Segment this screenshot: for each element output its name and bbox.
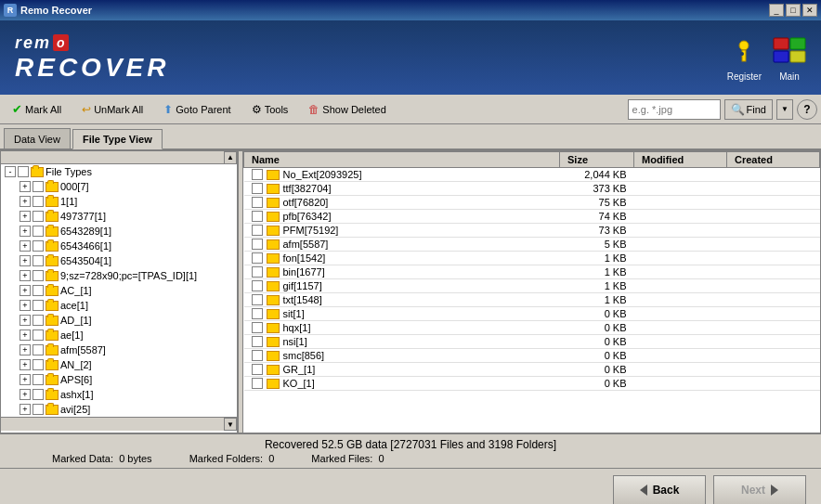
table-row[interactable]: ttf[382704] 373 KB xyxy=(244,182,820,196)
table-row[interactable]: No_Ext[2093925] 2,044 KB xyxy=(244,168,820,182)
checkbox-6543289[interactable] xyxy=(33,226,44,237)
tree-item-AD[interactable]: + AD_[1] xyxy=(1,313,237,328)
tab-data-view[interactable]: Data View xyxy=(4,128,71,149)
file-checkbox[interactable] xyxy=(252,350,263,361)
goto-parent-button[interactable]: ⬆ Goto Parent xyxy=(155,98,239,121)
table-row[interactable]: txt[1548] 1 KB xyxy=(244,293,820,307)
file-checkbox[interactable] xyxy=(252,239,263,250)
expander-APS[interactable]: + xyxy=(20,374,31,385)
file-checkbox[interactable] xyxy=(252,378,263,389)
checkbox-6543466[interactable] xyxy=(33,240,44,252)
close-button[interactable]: ✕ xyxy=(802,4,817,17)
table-row[interactable]: afm[5587] 5 KB xyxy=(244,238,820,252)
register-button[interactable]: Register xyxy=(727,34,762,82)
table-row[interactable]: PFM[75192] 73 KB xyxy=(244,224,820,238)
next-button[interactable]: Next xyxy=(713,475,806,505)
table-row[interactable]: bin[1677] 1 KB xyxy=(244,265,820,279)
file-checkbox[interactable] xyxy=(252,322,263,333)
file-checkbox[interactable] xyxy=(252,225,263,236)
checkbox-ace[interactable] xyxy=(33,300,44,311)
tree-scroll-down-btn[interactable]: ▼ xyxy=(224,418,237,431)
find-dropdown-button[interactable]: ▼ xyxy=(776,99,793,120)
title-bar-controls[interactable]: _ □ ✕ xyxy=(769,4,817,17)
tree-item-ace[interactable]: + ace[1] xyxy=(1,298,237,313)
expander-497377[interactable]: + xyxy=(20,211,31,222)
expander-6543466[interactable]: + xyxy=(20,240,31,252)
tools-button[interactable]: ⚙ Tools xyxy=(243,98,297,121)
col-header-name[interactable]: Name xyxy=(244,152,560,168)
expander-AN[interactable]: + xyxy=(20,359,31,370)
checkbox-APS[interactable] xyxy=(33,374,44,385)
tree-item-1[interactable]: + 1[1] xyxy=(1,194,237,209)
tree-item-6543466[interactable]: + 6543466[1] xyxy=(1,239,237,253)
expander-AD[interactable]: + xyxy=(20,315,31,326)
show-deleted-button[interactable]: 🗑 Show Deleted xyxy=(300,98,395,121)
col-header-size[interactable]: Size xyxy=(560,152,634,168)
tree-item-9sz[interactable]: + 9;sz=728x90;pc=[TPAS_ID][1] xyxy=(1,268,237,283)
expander-avi[interactable]: + xyxy=(20,404,31,415)
checkbox-000[interactable] xyxy=(33,181,44,192)
expander-6543289[interactable]: + xyxy=(20,226,31,237)
tree-item-afm[interactable]: + afm[5587] xyxy=(1,342,237,357)
col-header-modified[interactable]: Modified xyxy=(634,152,727,168)
file-checkbox[interactable] xyxy=(252,169,263,180)
checkbox-1[interactable] xyxy=(33,196,44,207)
file-checkbox[interactable] xyxy=(252,308,263,319)
tree-item-ae[interactable]: + ae[1] xyxy=(1,328,237,342)
checkbox-AN[interactable] xyxy=(33,359,44,370)
expander-afm[interactable]: + xyxy=(20,344,31,355)
tree-item-AC[interactable]: + AC_[1] xyxy=(1,283,237,298)
checkbox-6543504[interactable] xyxy=(33,255,44,266)
file-checkbox[interactable] xyxy=(252,197,263,208)
tree-item-AN[interactable]: + AN_[2] xyxy=(1,357,237,372)
file-checkbox[interactable] xyxy=(252,294,263,305)
col-header-created[interactable]: Created xyxy=(727,152,820,168)
expander-000[interactable]: + xyxy=(20,181,31,192)
tree-scroll-bottom[interactable]: ▼ xyxy=(1,417,237,431)
tab-file-type-view[interactable]: File Type View xyxy=(72,129,163,149)
expander-ashx[interactable]: + xyxy=(20,389,31,400)
file-checkbox[interactable] xyxy=(252,266,263,278)
maximize-button[interactable]: □ xyxy=(786,4,801,17)
tree-item-497377[interactable]: + 497377[1] xyxy=(1,209,237,224)
tree-root-item[interactable]: - File Types xyxy=(1,164,237,179)
file-checkbox[interactable] xyxy=(252,364,263,375)
tree-item-000[interactable]: + 000[7] xyxy=(1,179,237,194)
expander-9sz[interactable]: + xyxy=(20,270,31,281)
mark-all-button[interactable]: ✔ Mark All xyxy=(4,98,70,121)
back-button[interactable]: Back xyxy=(613,475,706,505)
help-button[interactable]: ? xyxy=(797,99,817,120)
expander-6543504[interactable]: + xyxy=(20,255,31,266)
table-row[interactable]: GR_[1] 0 KB xyxy=(244,363,820,377)
tree-item-ashx[interactable]: + ashx[1] xyxy=(1,387,237,402)
expander-ace[interactable]: + xyxy=(20,300,31,311)
file-checkbox[interactable] xyxy=(252,280,263,291)
checkbox-afm[interactable] xyxy=(33,344,44,355)
checkbox-avi[interactable] xyxy=(33,404,44,415)
table-row[interactable]: otf[76820] 75 KB xyxy=(244,196,820,210)
tree-scroll-up-btn[interactable]: ▲ xyxy=(224,151,237,164)
tree-item-6543504[interactable]: + 6543504[1] xyxy=(1,253,237,268)
checkbox-9sz[interactable] xyxy=(33,270,44,281)
checkbox-ae[interactable] xyxy=(33,330,44,341)
search-input[interactable] xyxy=(628,99,721,120)
file-checkbox[interactable] xyxy=(252,252,263,264)
unmark-all-button[interactable]: ↩ UnMark All xyxy=(73,98,151,121)
root-checkbox[interactable] xyxy=(18,166,29,177)
expander-ae[interactable]: + xyxy=(20,330,31,341)
file-checkbox[interactable] xyxy=(252,211,263,222)
tree-item-6543289[interactable]: + 6543289[1] xyxy=(1,224,237,239)
checkbox-ashx[interactable] xyxy=(33,389,44,400)
file-checkbox[interactable] xyxy=(252,336,263,347)
tree-item-avi[interactable]: + avi[25] xyxy=(1,402,237,417)
minimize-button[interactable]: _ xyxy=(769,4,784,17)
table-row[interactable]: hqx[1] 0 KB xyxy=(244,321,820,335)
table-row[interactable]: fon[1542] 1 KB xyxy=(244,252,820,265)
table-row[interactable]: KO_[1] 0 KB xyxy=(244,377,820,391)
find-button[interactable]: 🔍 Find xyxy=(724,99,773,120)
checkbox-497377[interactable] xyxy=(33,211,44,222)
tree-item-APS[interactable]: + APS[6] xyxy=(1,372,237,387)
table-row[interactable]: smc[856] 0 KB xyxy=(244,349,820,363)
table-row[interactable]: sit[1] 0 KB xyxy=(244,307,820,321)
table-row[interactable]: pfb[76342] 74 KB xyxy=(244,210,820,224)
